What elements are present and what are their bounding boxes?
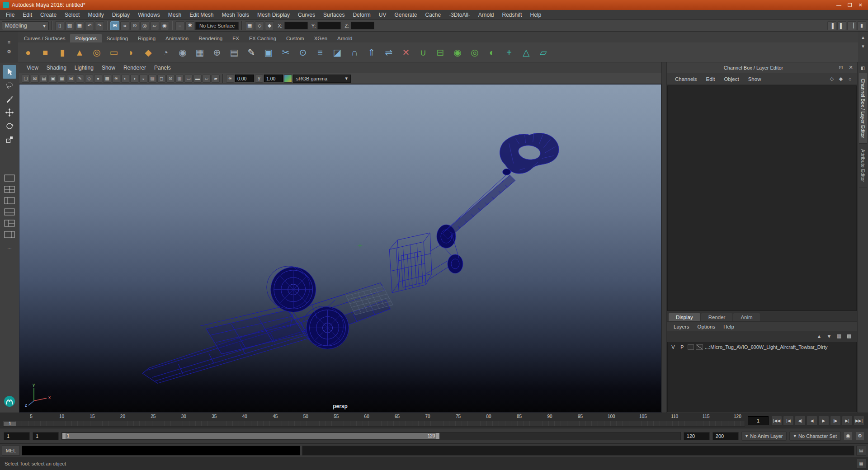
triangulate-icon[interactable]: △ — [518, 44, 534, 61]
channel-box-menu-item[interactable]: Object — [719, 76, 743, 82]
viewport-menu-item[interactable]: Show — [98, 65, 119, 71]
grease-pencil-icon[interactable]: ✎ — [76, 75, 84, 83]
menu-item[interactable]: Modify — [84, 12, 108, 18]
menu-item[interactable]: Arnold — [474, 12, 498, 18]
sidebar-vertical-tab[interactable]: Attribute Editor — [859, 144, 867, 188]
extrude-icon[interactable]: ⇑ — [363, 44, 380, 61]
animation-start-field[interactable] — [4, 432, 30, 440]
channel-manipulator-icon[interactable]: ◆ — [837, 75, 844, 83]
close-icon[interactable]: ✕ — [847, 64, 854, 71]
boolean-difference-icon[interactable]: ◎ — [467, 44, 483, 61]
menu-item[interactable]: -3DtoAll- — [445, 12, 474, 18]
shelf-tab[interactable]: Animation — [160, 34, 193, 42]
layout-two-pane-button[interactable] — [4, 230, 15, 239]
script-editor-icon[interactable]: ▤ — [856, 446, 866, 456]
separate-icon[interactable]: ⊟ — [432, 44, 448, 61]
wireframe-display-icon[interactable]: ◇ — [85, 75, 93, 83]
wireframe-sphere-icon[interactable]: ⊕ — [209, 44, 225, 61]
bridge-icon[interactable]: ∩ — [346, 44, 363, 61]
multisample-aa-icon[interactable]: ▨ — [148, 75, 156, 83]
character-set-dropdown[interactable]: ▾ No Character Set — [789, 432, 841, 441]
anim-preferences-icon[interactable]: ⚙ — [855, 432, 864, 441]
new-scene-icon[interactable]: ▯ — [55, 21, 64, 30]
lasso-tool-button[interactable] — [3, 79, 16, 92]
channel-list-area[interactable] — [667, 85, 857, 311]
layout-four-pane-button[interactable] — [4, 185, 15, 194]
inputs-to-selected-icon[interactable]: ≡ — [175, 21, 184, 30]
menu-item[interactable]: Generate — [390, 12, 421, 18]
shelf-tab[interactable]: Rendering — [193, 34, 227, 42]
textured-icon[interactable]: ▩ — [103, 75, 111, 83]
delete-edge-icon[interactable]: ✕ — [398, 44, 414, 61]
lock-camera-icon[interactable]: ⊠ — [31, 75, 39, 83]
more-layouts-button[interactable]: … — [7, 245, 12, 250]
layer-list[interactable]: V P ...:Micro_Tug_AVIO_600W_Light_Aircra… — [667, 342, 857, 412]
menuset-dropdown[interactable]: Modeling ▾ — [2, 21, 49, 30]
anim-layer-dropdown[interactable]: ▾ No Anim Layer — [741, 432, 787, 441]
layer-editor-menu-item[interactable]: Help — [719, 324, 738, 329]
menu-item[interactable]: Mesh Tools — [218, 12, 253, 18]
layer-editor-tab[interactable]: Render — [701, 313, 733, 321]
step-forward-key-button[interactable]: |▶ — [830, 416, 841, 426]
menu-item[interactable]: Edit — [19, 12, 36, 18]
menu-item[interactable]: Deform — [349, 12, 374, 18]
show-channel-box-icon[interactable]: ▕ — [847, 21, 856, 30]
boolean-intersection-icon[interactable]: ◐ — [484, 44, 500, 61]
shadows-icon[interactable]: ◐ — [121, 75, 129, 83]
shelf-tab[interactable]: Arnold — [332, 34, 357, 42]
polygon-torus-icon[interactable]: ◎ — [89, 44, 105, 61]
viewport[interactable]: y x z persp — [19, 84, 661, 413]
menu-item[interactable]: Redshift — [498, 12, 526, 18]
panel-gutter[interactable] — [662, 62, 666, 413]
shelf-tab[interactable]: FX — [227, 34, 244, 42]
viewport-menu-item[interactable]: Shading — [42, 65, 71, 71]
scale-tool-button[interactable] — [3, 133, 16, 146]
snap-to-curves-icon[interactable]: ≈ — [120, 21, 129, 30]
menu-item[interactable]: File — [2, 12, 19, 18]
polygon-platonic-icon[interactable]: ◆ — [140, 44, 156, 61]
viewport-menu-item[interactable]: Lighting — [71, 65, 98, 71]
camera-attributes-icon[interactable]: ▤ — [40, 75, 48, 83]
shelf-tab[interactable]: Polygons — [70, 34, 101, 42]
dock-icon[interactable]: ⊡ — [837, 64, 844, 71]
image-plane-icon[interactable]: ▦ — [58, 75, 66, 83]
menu-item[interactable]: Curves — [294, 12, 319, 18]
shelf-scroll-up-icon[interactable]: ▴ — [859, 33, 867, 41]
polygon-plane-icon[interactable]: ▭ — [106, 44, 122, 61]
lattice-icon[interactable]: ▤ — [226, 44, 242, 61]
show-workspace-icon[interactable]: ▮ — [857, 21, 866, 30]
menu-item[interactable]: Surfaces — [319, 12, 349, 18]
smooth-icon[interactable]: + — [501, 44, 517, 61]
select-tool-button[interactable] — [3, 65, 16, 79]
target-weld-tool-icon[interactable]: ⊙ — [295, 44, 311, 61]
new-empty-layer-icon[interactable]: ▦ — [835, 333, 843, 340]
mirror-icon[interactable]: ⇌ — [381, 44, 397, 61]
menu-item[interactable]: Mesh — [164, 12, 185, 18]
auto-keyframe-icon[interactable]: ◉ — [844, 432, 853, 441]
layer-color-swatch[interactable] — [696, 344, 703, 350]
playback-end-field[interactable] — [684, 432, 710, 440]
viewport-menu-item[interactable]: Panels — [150, 65, 175, 71]
use-all-lights-icon[interactable]: ☀ — [112, 75, 120, 83]
shelf-menu-icon[interactable]: ≡ — [5, 38, 13, 46]
menu-item[interactable]: Create — [36, 12, 61, 18]
layer-visibility-toggle[interactable]: V — [670, 344, 677, 350]
panel-dock-icon[interactable]: ◧ — [859, 64, 867, 71]
isolate-select-icon[interactable]: ⊙ — [166, 75, 175, 83]
gamma-icon[interactable]: γ — [255, 75, 263, 83]
undo-icon[interactable]: ↶ — [85, 21, 94, 30]
polygon-cylinder-icon[interactable]: ▮ — [54, 44, 71, 61]
step-back-frame-button[interactable]: |◀ — [783, 416, 794, 426]
layout-single-pane-button[interactable] — [4, 174, 15, 183]
go-to-end-button[interactable]: ▶▶| — [854, 416, 864, 426]
channel-sliders-icon[interactable]: ◇ — [828, 75, 835, 83]
grid-options-icon[interactable]: ▦ — [245, 21, 254, 30]
play-backwards-button[interactable]: ◀ — [807, 416, 817, 426]
playback-start-field[interactable] — [33, 432, 59, 440]
layer-display-type-toggle[interactable] — [688, 344, 694, 350]
layer-editor-menu-item[interactable]: Layers — [670, 324, 693, 329]
highlight-selection-icon[interactable]: ◆ — [265, 21, 274, 30]
bevel-icon[interactable]: ◪ — [329, 44, 345, 61]
current-frame-marker[interactable]: 1 — [4, 422, 16, 426]
construction-history-icon[interactable]: ✱ — [185, 21, 194, 30]
